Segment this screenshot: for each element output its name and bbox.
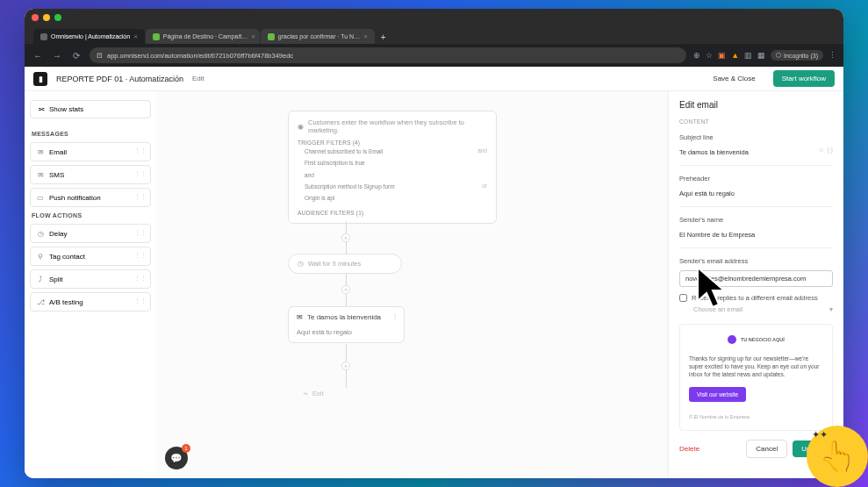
app-header: ▮ REPORTE PDF 01 · Automatización Edit S… [25,67,843,91]
subject-label: Subject line [679,133,833,141]
page-title: REPORTE PDF 01 · Automatización [56,75,183,83]
trigger-node[interactable]: ◉Customers enter the workflow when they … [288,111,497,224]
tab-title: Página de Destino · Campañ… [163,33,248,39]
sidebar-item-label: A/B testing [49,298,83,306]
sidebar-item-sms[interactable]: ✉SMS⋮⋮ [30,165,151,184]
wait-node[interactable]: ◷ Wait for 5 minutes [288,254,402,274]
exit-node[interactable]: ⤷Exit [303,390,324,397]
back-icon[interactable]: ← [32,51,44,61]
filter-op: and [477,146,487,156]
chat-fab[interactable]: 💬 1 [165,447,188,469]
flow-section-title: FLOW ACTIONS [32,212,149,218]
reply-different-checkbox[interactable] [679,294,687,302]
spark-icon: ✦✦ [812,429,828,440]
sidebar-item-tag[interactable]: ⚲Tag contact⋮⋮ [30,247,151,266]
bell-icon[interactable]: ▲ [731,51,739,60]
cancel-button[interactable]: Cancel [746,440,787,458]
translate-icon[interactable]: ⊕ [693,51,700,60]
add-step-button[interactable]: + [341,233,350,242]
lock-icon: ⊡ [97,52,103,60]
personalize-icon[interactable]: {·} [827,147,833,153]
contact-icon: ◉ [298,123,304,131]
incognito-icon: ⬡ [776,52,781,59]
filter-line: First subscription is true [305,158,365,168]
maximize-window-dot[interactable] [54,14,61,21]
preview-logo-icon [728,335,736,344]
add-step-button[interactable]: + [341,285,350,294]
browser-tabs: Omnisenvio | Automatización× Página de D… [25,26,843,44]
sidebar-item-ab[interactable]: ⎇A/B testing⋮⋮ [30,292,151,312]
exit-icon: ⤷ [303,390,309,397]
clock-icon: ◷ [298,260,304,268]
click-hint-overlay: 👆 ✦✦ [807,426,868,487]
chat-badge: 1 [182,444,190,453]
show-stats-button[interactable]: ⫘ Show stats [30,100,151,118]
sender-name-label: Sender's name [679,216,833,224]
node-menu-icon[interactable]: ⋮ [391,312,398,320]
save-close-button[interactable]: Save & Close [704,70,764,87]
chevron-down-icon: ▾ [829,305,833,313]
grip-icon: ⋮⋮ [134,275,147,282]
reply-different-label: Receive replies to a different email add… [692,294,818,302]
preheader-value[interactable]: Aquí está tu regalo [679,186,833,201]
close-tab-icon[interactable]: × [251,32,255,40]
sidebar-item-label: Split [49,276,63,283]
ext2-icon[interactable]: ▥ [744,51,752,60]
browser-tab[interactable]: gracias por confirmar · Tu N…× [261,29,375,44]
sidebar-item-delay[interactable]: ◷Delay⋮⋮ [30,224,151,243]
app-logo[interactable]: ▮ [33,72,47,86]
browser-tab[interactable]: Página de Destino · Campañ…× [146,29,260,44]
close-window-dot[interactable] [32,14,39,21]
choose-email-label: Choose an email [693,305,742,313]
split-icon: ⤴ [36,275,45,283]
sidebar-item-label: Tag contact [49,253,85,261]
subject-value[interactable]: Te damos la bienvenida [679,145,833,160]
preview-logo-text: TU NEGOCIO AQUÍ [741,337,785,342]
grip-icon: ⋮⋮ [134,229,147,236]
sidebar-item-email[interactable]: ✉Email⋮⋮ [30,142,151,161]
sender-email-input[interactable] [679,270,833,287]
filter-line: Subscription method is Signup form [305,182,395,192]
reload-icon[interactable]: ⟳ [70,51,82,61]
url-text: app.omnisend.com/automation/edit/6721b07… [107,52,293,60]
hand-icon: 👆 [819,439,856,474]
sidebar-item-label: SMS [49,171,64,179]
wait-label: Wait for 5 minutes [308,260,361,268]
tab-title: gracias por confirmar · Tu N… [278,33,360,39]
close-tab-icon[interactable]: × [363,32,368,40]
new-tab-button[interactable]: + [376,31,391,44]
filter-op: or [482,181,487,191]
panel-title: Edit email [679,100,833,110]
address-bar[interactable]: ⊡ app.omnisend.com/automation/edit/6721b… [90,47,686,63]
email-icon: ✉ [297,313,303,321]
ext-icon[interactable]: ▣ [718,51,726,60]
add-step-button[interactable]: + [341,362,350,370]
browser-tab[interactable]: Omnisenvio | Automatización× [33,29,145,44]
filter-line: Channel subscribed to is Email [305,147,383,157]
close-tab-icon[interactable]: × [133,32,138,40]
sidebar-item-split[interactable]: ⤴Split⋮⋮ [30,269,151,289]
trigger-filters-title: TRIGGER FILTERS (4) [298,140,487,146]
email-node[interactable]: ✉Te damos la bienvenida Aquí está tu reg… [288,306,405,343]
menu-icon[interactable]: ⋮ [829,51,836,60]
preheader-label: Preheader [679,175,833,183]
forward-icon[interactable]: → [51,51,63,61]
star-icon[interactable]: ☆ [706,51,713,60]
sidebar-item-push[interactable]: ▭Push notification⋮⋮ [30,188,151,207]
minimize-window-dot[interactable] [43,14,50,21]
start-workflow-button[interactable]: Start workflow [773,70,835,87]
choose-email-select[interactable]: Choose an email ▾ [679,305,833,313]
puzzle-icon[interactable]: ▦ [757,51,765,60]
grip-icon: ⋮⋮ [134,170,147,177]
delete-link[interactable]: Delete [679,445,699,453]
favicon [40,33,47,40]
emoji-icon[interactable]: ☺ [818,147,824,153]
grip-icon: ⋮⋮ [134,193,147,200]
push-icon: ▭ [36,193,45,202]
workflow-canvas[interactable]: ◉Customers enter the workflow when they … [156,91,668,478]
sender-name-value[interactable]: El Nombre de tu Empresa [679,227,833,242]
chat-icon: 💬 [170,453,183,464]
preview-cta-button: Visit our website [689,387,746,402]
favicon [268,33,275,40]
edit-title-link[interactable]: Edit [192,75,204,82]
